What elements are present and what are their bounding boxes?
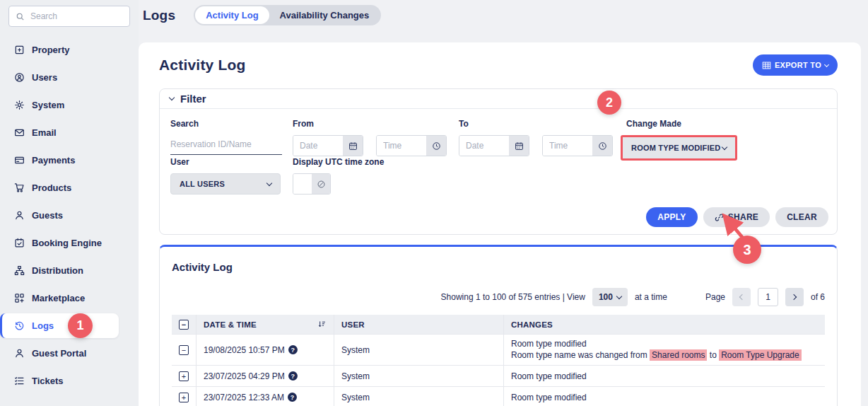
sidebar-item-system[interactable]: System [0,91,139,119]
export-to-button[interactable]: EXPORT TO [753,54,838,76]
user-select[interactable]: ALL USERS [170,173,281,195]
tab-group: Activity Log Availability Changes [194,5,381,25]
to-date-input[interactable] [459,136,509,156]
annotation-step-3: 3 [733,236,761,264]
table-cell-user: System [334,387,504,406]
sidebar-item-users[interactable]: Users [0,64,139,91]
table-cell-changes: Room type modified [504,366,825,387]
apply-button[interactable]: APPLY [646,207,697,227]
table-row-expand-cell: − [172,335,197,366]
from-label: From [293,119,447,129]
old-value-highlight: Shared rooms [650,349,707,361]
change-detail: Room type name was changed from Shared r… [511,350,802,361]
user-value: System [341,393,370,402]
table-row-expand-cell: + [172,366,197,387]
page-label: Page [705,292,725,302]
sidebar-item-guests[interactable]: Guests [0,202,139,229]
credit-card-icon [14,155,25,166]
sidebar-item-label: Booking Engine [32,238,102,248]
sidebar-item-guest-portal[interactable]: Guest Portal [0,340,139,367]
sidebar-item-tickets[interactable]: Tickets [0,367,139,395]
filter-to-group: To [459,119,613,156]
help-icon[interactable] [288,393,297,402]
previous-page-button[interactable] [732,288,751,306]
sidebar-item-label: Logs [32,320,54,331]
sidebar-item-property[interactable]: Property [0,36,139,64]
table-cell-datetime: 19/08/2025 10:57 PM [197,335,334,366]
change-summary: Room type modified [511,393,587,402]
clock-icon[interactable] [592,136,612,156]
expand-row-icon[interactable]: + [179,393,189,402]
user-value: System [341,371,370,381]
annotation-step-1: 1 [68,313,93,338]
tab-availability-changes[interactable]: Availability Changes [269,6,380,24]
per-page-select[interactable]: 100 [592,288,628,306]
datetime-value: 19/08/2025 10:57 PM [204,345,285,355]
column-header-user[interactable]: USER [334,315,504,335]
sidebar: Property Users System Email Payments Pro… [0,0,139,406]
from-time-input[interactable] [377,136,426,156]
filter-change-made-group: Change Made ROOM TYPE MODIFIED [621,119,737,161]
sidebar-item-label: Users [32,72,57,83]
chevron-down-icon [616,293,622,298]
person-icon [14,348,25,359]
tab-activity-log[interactable]: Activity Log [195,6,269,24]
page-number-input[interactable] [758,288,778,306]
clock-icon[interactable] [426,136,446,156]
sidebar-item-payments[interactable]: Payments [0,146,139,174]
new-value-highlight: Room Type Upgrade [719,349,802,361]
clear-button[interactable]: CLEAR [775,207,828,227]
chevron-right-icon [791,294,797,300]
to-label: To [459,119,613,129]
sidebar-search[interactable] [8,6,130,27]
user-value: ALL USERS [180,180,225,188]
user-value: System [341,345,370,355]
sidebar-item-label: Guest Portal [32,348,86,359]
column-header-changes[interactable]: CHANGES [504,315,825,335]
to-time-input[interactable] [543,136,592,156]
total-pages-text: of 6 [811,292,825,302]
utc-label: Display UTC time zone [293,157,384,167]
sort-icon[interactable] [317,320,327,329]
table-row-expand-cell: + [172,387,197,406]
page-title: Logs [143,5,175,25]
sidebar-item-products[interactable]: Products [0,174,139,202]
expand-row-icon[interactable]: + [179,371,189,381]
collapse-row-icon[interactable]: − [179,345,189,355]
change-summary: Room type modified [511,371,587,381]
history-icon [14,320,25,331]
change-made-select[interactable]: ROOM TYPE MODIFIED [623,137,735,158]
table-cell-changes: Room type modified [504,387,825,406]
help-icon[interactable] [288,345,298,354]
calendar-icon[interactable] [343,136,363,156]
checklist-icon [14,376,25,386]
gear-icon [14,100,25,110]
filter-search-input[interactable] [170,135,282,155]
sidebar-item-booking-engine[interactable]: Booking Engine [0,229,139,257]
sidebar-item-distribution[interactable]: Distribution [0,257,139,284]
calendar-icon[interactable] [509,136,529,156]
table-icon [762,61,771,70]
from-date-input[interactable] [293,136,343,156]
sidebar-search-input[interactable] [30,11,123,21]
filter-header[interactable]: Filter [160,89,837,109]
sidebar-item-email[interactable]: Email [0,119,139,146]
table-cell-user: System [334,335,504,366]
section-title: Activity Log [159,57,246,74]
filter-search-group: Search [170,119,282,155]
column-header-date-time[interactable]: DATE & TIME [197,315,334,335]
change-made-label: Change Made [626,119,737,129]
search-icon [16,12,25,21]
sidebar-item-marketplace[interactable]: Marketplace [0,284,139,312]
help-icon[interactable] [288,371,298,381]
at-a-time-text: at a time [635,292,667,302]
change-summary: Room type modified [511,339,587,349]
to-date-field [459,135,529,156]
collapse-all-icon[interactable] [179,320,189,330]
utc-input[interactable] [293,174,312,194]
hierarchy-icon [14,265,25,276]
chevron-down-icon [169,95,175,100]
no-slash-icon[interactable] [312,174,330,194]
sidebar-item-logs[interactable]: Logs [0,313,119,338]
next-page-button[interactable] [785,288,804,306]
